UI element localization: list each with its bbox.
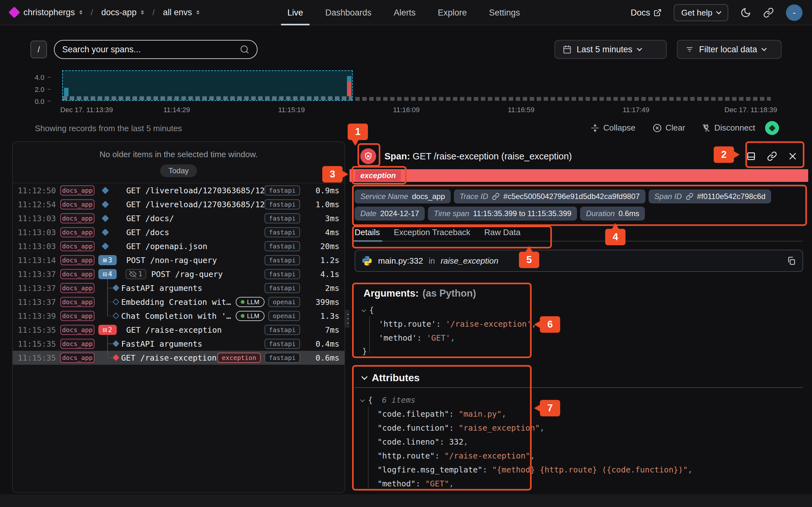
tab-details[interactable]: Details — [355, 228, 380, 241]
green-dot-icon — [241, 300, 245, 304]
attributes-open-brace[interactable]: { 6 items — [361, 395, 415, 405]
project-switcher[interactable]: docs-app — [101, 8, 144, 17]
org-switcher[interactable]: christophergs — [23, 8, 83, 17]
today-chip[interactable]: Today — [160, 164, 197, 177]
span-row[interactable]: 11:13:03 docs_app GET /docs fastapi 4ms — [13, 225, 345, 239]
filter-icon — [685, 45, 694, 54]
span-row[interactable]: 11:12:50 docs_app GET /livereload/127036… — [13, 183, 345, 198]
span-row[interactable]: 11:13:03 docs_app GET /openapi.json fast… — [13, 239, 345, 253]
span-row[interactable]: 11:13:37 docs_app Embedding Creation wit… — [13, 295, 345, 309]
tab-settings[interactable]: Settings — [487, 0, 522, 25]
span-name: POST /non-rag-query — [126, 256, 264, 265]
sort-caret-icon — [79, 10, 83, 14]
service-pill: fastapi — [264, 255, 300, 265]
span-meta: Service Name docs_app Trace ID #c5ec5005… — [355, 189, 805, 221]
app-pill: docs_app — [60, 311, 95, 321]
get-help-button[interactable]: Get help — [674, 4, 728, 21]
service-pill: fastapi — [264, 353, 300, 363]
time-range-button[interactable]: Last 5 minutes — [554, 40, 667, 59]
close-panel-button[interactable] — [788, 152, 798, 161]
search-input[interactable] — [62, 45, 240, 55]
span-duration: 1.2s — [304, 256, 339, 265]
span-kind: ⊞3 — [97, 253, 121, 267]
diamond-icon — [113, 285, 119, 291]
llm-pill: LLM — [236, 311, 264, 321]
span-row[interactable]: 11:13:14 docs_app ⊞3 POST /non-rag-query… — [13, 253, 345, 267]
avatar[interactable]: - — [786, 4, 803, 21]
tab-explore[interactable]: Explore — [436, 0, 469, 25]
span-row[interactable]: 11:13:39 docs_app Chat Completion with '… — [13, 309, 345, 323]
attribute-entry: "http.route": "/raise-exception", — [377, 451, 535, 460]
span-row[interactable]: 11:12:54 docs_app GET /livereload/127036… — [13, 198, 345, 211]
external-link-icon — [653, 9, 662, 17]
empty-notice: No older items in the selected time wind… — [13, 150, 345, 159]
chevron-down-icon — [637, 46, 642, 51]
app-pill: docs_app — [60, 241, 95, 251]
tab-alerts[interactable]: Alerts — [392, 0, 417, 25]
x-tick: 11:15:19 — [278, 106, 305, 114]
copy-span-link-button[interactable] — [767, 151, 777, 161]
span-histogram[interactable]: 4.0 2.0 0.0 Dec 17. 11:13:39 11:14:29 11… — [0, 66, 812, 114]
span-row[interactable]: 11:13:03 docs_app GET /docs/ fastapi 3ms — [13, 211, 345, 225]
span-time: 11:15:35 — [18, 353, 56, 362]
meta-trace-id[interactable]: Trace ID #c5ec5005042796e91d5db42ca9fd98… — [454, 189, 646, 204]
span-kind — [97, 183, 121, 198]
span-duration: 0.4ms — [304, 339, 339, 349]
collapse-button[interactable]: Collapse — [591, 123, 635, 133]
tab-live[interactable]: Live — [286, 0, 305, 25]
annotation-tag-7: 7 — [540, 400, 560, 416]
tab-exception-traceback[interactable]: Exception Traceback — [394, 228, 470, 241]
exception-banner: exception — [350, 169, 808, 182]
filter-label: Filter local data — [699, 45, 757, 55]
share-link-button[interactable] — [763, 7, 774, 18]
copy-button[interactable] — [786, 256, 796, 266]
collapse-chevron-icon — [360, 398, 365, 402]
logfire-logo-icon[interactable] — [9, 7, 20, 18]
span-title-text: GET /raise-exception (raise_exception) — [413, 151, 572, 161]
span-time: 11:13:37 — [18, 284, 56, 293]
disconnect-button[interactable]: Disconnect — [702, 123, 755, 133]
span-row[interactable]: 11:15:35 docs_app ⊟2 GET /raise-exceptio… — [13, 323, 345, 337]
search-bar — [54, 40, 258, 59]
span-row[interactable]: 11:13:37 docs_app FastAPI arguments fast… — [13, 281, 345, 295]
histogram-baseline-selected — [63, 96, 352, 100]
collapse-badge[interactable]: ⊟4 — [98, 269, 117, 279]
span-time: 11:13:03 — [18, 228, 56, 237]
dock-panel-button[interactable] — [746, 151, 756, 161]
span-duration: 0.6ms — [304, 353, 339, 362]
span-row-selected[interactable]: 11:15:35 docs_app GET /raise-exception …… — [13, 351, 345, 365]
collapse-badge-error[interactable]: ⊟2 — [98, 325, 117, 335]
meta-span-id[interactable]: Span ID #f0110e542c798c6d — [649, 189, 771, 204]
link-icon — [492, 193, 500, 200]
env-switcher[interactable]: all envs — [163, 8, 200, 17]
diamond-icon — [102, 187, 109, 194]
dark-mode-toggle[interactable] — [740, 7, 751, 18]
docs-link[interactable]: Docs — [630, 8, 662, 18]
span-time: 11:12:50 — [18, 186, 56, 195]
arguments-open-brace[interactable]: { — [362, 305, 374, 315]
meta-service-name: Service Name docs_app — [355, 189, 451, 204]
chevron-down-icon — [762, 46, 767, 51]
time-selection-region[interactable] — [62, 70, 353, 101]
span-bar — [347, 76, 351, 82]
clear-button[interactable]: Clear — [653, 123, 685, 133]
tab-raw-data[interactable]: Raw Data — [484, 228, 520, 241]
tab-dashboards[interactable]: Dashboards — [323, 0, 374, 25]
service-pill: fastapi — [264, 283, 300, 293]
filter-button[interactable]: Filter local data — [677, 40, 781, 59]
expand-badge[interactable]: ⊞3 — [98, 255, 117, 265]
service-pill: fastapi — [264, 213, 300, 223]
span-row[interactable]: 11:15:35 docs_app FastAPI arguments fast… — [13, 337, 345, 351]
time-range-label: Last 5 minutes — [577, 45, 632, 55]
attributes-heading[interactable]: Attributes — [362, 372, 420, 384]
span-duration: 3ms — [304, 214, 339, 223]
scrubbed-badge[interactable]: 1 — [125, 269, 146, 279]
live-status-button[interactable] — [765, 121, 779, 135]
span-time: 11:15:35 — [18, 326, 56, 335]
span-bar — [64, 88, 68, 96]
diamond-icon — [113, 340, 119, 347]
span-row[interactable]: 11:13:37 docs_app ⊟4 1 POST /rag-query f… — [13, 267, 345, 281]
source-location: main.py:332 in raise_exception — [355, 250, 803, 272]
moon-icon — [740, 7, 751, 18]
x-tick: Dec 17. 11:18:39 — [724, 106, 777, 114]
